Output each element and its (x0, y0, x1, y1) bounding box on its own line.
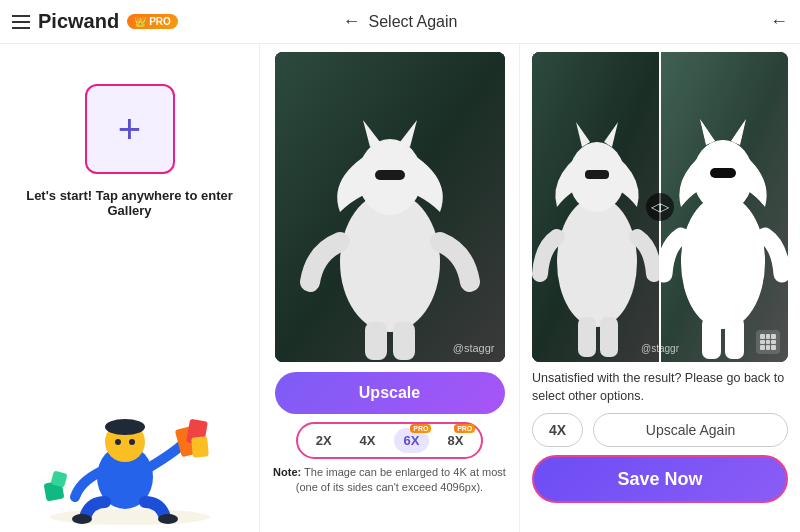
svg-rect-20 (365, 322, 387, 360)
scale-2x-button[interactable]: 2X (306, 428, 342, 453)
pro-label: PRO (149, 16, 171, 27)
upload-area[interactable]: + Let's start! Tap anywhere to enter Gal… (16, 84, 243, 218)
before-after: Before (532, 52, 788, 362)
save-now-button[interactable]: Save Now (532, 455, 788, 503)
svg-point-6 (72, 514, 92, 524)
svg-rect-21 (393, 322, 415, 360)
divider-handle[interactable]: ◁▷ (646, 193, 674, 221)
svg-point-5 (129, 439, 135, 445)
svg-point-24 (557, 197, 637, 327)
middle-panel: @staggr Upscale 2X 4X 6XPRO 8XPRO Note: … (260, 44, 520, 532)
svg-rect-19 (375, 170, 405, 180)
result-text: Unsatisfied with the result? Please go b… (532, 370, 788, 405)
plus-icon: + (118, 109, 141, 149)
grid-icon (756, 330, 780, 354)
before-image (532, 52, 660, 362)
svg-rect-30 (600, 317, 618, 357)
subject-image (275, 52, 505, 362)
before-half: Before (532, 52, 660, 362)
after-half: After (660, 52, 788, 362)
illustration-svg (30, 372, 230, 532)
svg-point-7 (158, 514, 178, 524)
back-arrow-right-icon[interactable]: ← (770, 11, 788, 32)
main-content: + Let's start! Tap anywhere to enter Gal… (0, 44, 800, 532)
compare-container: Before (532, 52, 788, 362)
after-image (660, 52, 788, 362)
pro-tag-8x: PRO (454, 424, 475, 433)
header-title: Select Again (369, 13, 458, 31)
svg-point-4 (115, 439, 121, 445)
header: Picwand 👑 PRO ← Select Again ← (0, 0, 800, 44)
middle-watermark: @staggr (453, 342, 495, 354)
svg-point-33 (681, 195, 765, 329)
upscale-button[interactable]: Upscale (275, 372, 505, 414)
back-arrow-icon[interactable]: ← (343, 11, 361, 32)
scale-8x-button[interactable]: 8XPRO (437, 428, 473, 453)
svg-rect-38 (702, 317, 721, 359)
illustration (30, 372, 230, 532)
logo: Picwand (38, 10, 119, 33)
scale-4x-button[interactable]: 4X (350, 428, 386, 453)
svg-rect-28 (585, 170, 609, 179)
header-left: Picwand 👑 PRO (12, 10, 272, 33)
note-label: Note: (273, 466, 301, 478)
upload-text: Let's start! Tap anywhere to enter Galle… (16, 188, 243, 218)
scale-options: 2X 4X 6XPRO 8XPRO (296, 422, 484, 459)
image-placeholder: @staggr (275, 52, 505, 362)
crown-icon: 👑 (134, 16, 146, 27)
svg-point-3 (105, 419, 145, 435)
left-panel: + Let's start! Tap anywhere to enter Gal… (0, 44, 260, 532)
note-body: The image can be enlarged to 4K at most … (296, 466, 506, 493)
upload-box[interactable]: + (85, 84, 175, 174)
pro-badge: 👑 PRO (127, 14, 178, 29)
action-row: 4X Upscale Again (532, 413, 788, 447)
svg-rect-37 (710, 168, 736, 178)
pro-tag-6x: PRO (410, 424, 431, 433)
upscale-again-button[interactable]: Upscale Again (593, 413, 788, 447)
svg-rect-39 (725, 317, 744, 359)
svg-rect-29 (578, 317, 596, 357)
menu-icon[interactable] (12, 15, 30, 29)
header-middle: ← Select Again (272, 11, 528, 32)
right-panel: Before (520, 44, 800, 532)
svg-rect-10 (191, 436, 209, 457)
scale-6x-button[interactable]: 6XPRO (394, 428, 430, 453)
image-preview: @staggr (275, 52, 505, 362)
four-x-button[interactable]: 4X (532, 413, 583, 447)
note-text: Note: The image can be enlarged to 4K at… (272, 465, 507, 496)
header-right: ← (528, 11, 788, 32)
